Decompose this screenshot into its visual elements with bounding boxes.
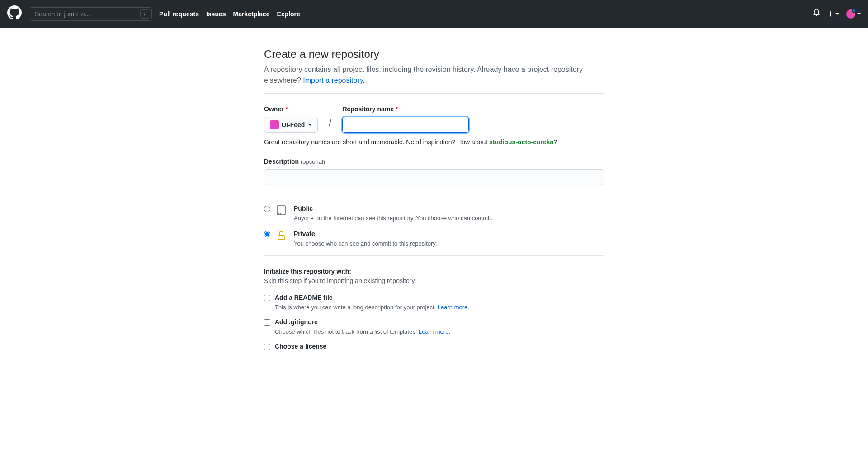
owner-avatar-icon <box>270 120 279 129</box>
repo-name-hint: Great repository names are short and mem… <box>264 137 604 147</box>
license-checkbox[interactable] <box>264 344 270 350</box>
license-text: Choose a license <box>275 342 326 351</box>
init-subtitle: Skip this step if you're importing an ex… <box>264 276 604 286</box>
private-desc: You choose who can see and commit to thi… <box>294 240 437 247</box>
divider <box>264 193 604 193</box>
page-subtitle: A repository contains all project files,… <box>264 64 604 86</box>
visibility-private-row: Private You choose who can see and commi… <box>264 229 604 248</box>
lock-icon <box>276 229 288 245</box>
private-title: Private <box>294 229 437 239</box>
import-repo-link[interactable]: Import a repository. <box>303 76 365 84</box>
readme-desc: This is where you can write a long descr… <box>275 304 469 311</box>
path-separator: / <box>329 115 331 133</box>
public-text: Public Anyone on the internet can see th… <box>294 204 492 223</box>
owner-select-button[interactable]: UI-Feed <box>264 117 318 133</box>
readme-text: Add a README file This is where you can … <box>275 293 469 312</box>
owner-group: Owner * UI-Feed <box>264 104 318 133</box>
github-logo[interactable] <box>7 5 22 23</box>
private-text: Private You choose who can see and commi… <box>294 229 437 248</box>
nav-marketplace[interactable]: Marketplace <box>233 9 270 19</box>
gitignore-text: Add .gitignore Choose which files not to… <box>275 317 450 336</box>
license-title: Choose a license <box>275 342 326 351</box>
svg-rect-1 <box>278 235 284 240</box>
readme-learn-link[interactable]: Learn more. <box>438 304 469 311</box>
visibility-public-row: Public Anyone on the internet can see th… <box>264 204 604 223</box>
main-header: / Pull requests Issues Marketplace Explo… <box>0 0 868 28</box>
search-input[interactable] <box>29 7 152 21</box>
owner-repo-row: Owner * UI-Feed / Repository name * <box>264 104 604 133</box>
public-desc: Anyone on the internet can see this repo… <box>294 215 492 222</box>
public-radio[interactable] <box>264 206 270 212</box>
init-title: Initialize this repository with: <box>264 267 604 276</box>
readme-row: Add a README file This is where you can … <box>264 293 604 312</box>
header-right <box>813 9 861 19</box>
repo-name-label: Repository name * <box>342 104 469 114</box>
caret-down-icon <box>835 13 839 15</box>
owner-name: UI-Feed <box>282 120 305 130</box>
caret-down-icon <box>308 124 312 126</box>
repo-name-input[interactable] <box>342 117 469 133</box>
readme-checkbox[interactable] <box>264 295 270 301</box>
status-dot <box>852 9 856 13</box>
nav-issues[interactable]: Issues <box>206 9 226 19</box>
divider <box>264 255 604 256</box>
gitignore-desc: Choose which files not to track from a l… <box>275 328 450 335</box>
description-label: Description (optional) <box>264 157 604 166</box>
svg-rect-0 <box>277 206 285 215</box>
readme-title: Add a README file <box>275 293 469 302</box>
public-title: Public <box>294 204 492 213</box>
page-title: Create a new repository <box>264 46 604 62</box>
search-slash-hint: / <box>140 9 149 19</box>
nav-explore[interactable]: Explore <box>277 9 300 19</box>
owner-label: Owner * <box>264 104 318 114</box>
divider <box>264 93 604 94</box>
main-container: Create a new repository A repository con… <box>257 46 611 351</box>
search-wrap: / <box>29 7 152 21</box>
nav-pull-requests[interactable]: Pull requests <box>159 9 199 19</box>
create-new-dropdown[interactable] <box>827 10 839 18</box>
notifications-icon[interactable] <box>813 9 820 19</box>
gitignore-row: Add .gitignore Choose which files not to… <box>264 317 604 336</box>
gitignore-learn-link[interactable]: Learn more. <box>419 328 450 335</box>
private-radio[interactable] <box>264 231 270 237</box>
gitignore-title: Add .gitignore <box>275 317 450 327</box>
gitignore-checkbox[interactable] <box>264 319 270 326</box>
license-row: Choose a license <box>264 342 604 351</box>
nav-links: Pull requests Issues Marketplace Explore <box>159 9 300 19</box>
caret-down-icon <box>857 13 861 15</box>
repo-name-group: Repository name * <box>342 104 469 133</box>
name-suggestion-link[interactable]: studious-octo-eureka <box>489 138 553 146</box>
repo-icon <box>276 204 288 219</box>
user-menu[interactable] <box>846 9 861 19</box>
description-input[interactable] <box>264 169 604 185</box>
